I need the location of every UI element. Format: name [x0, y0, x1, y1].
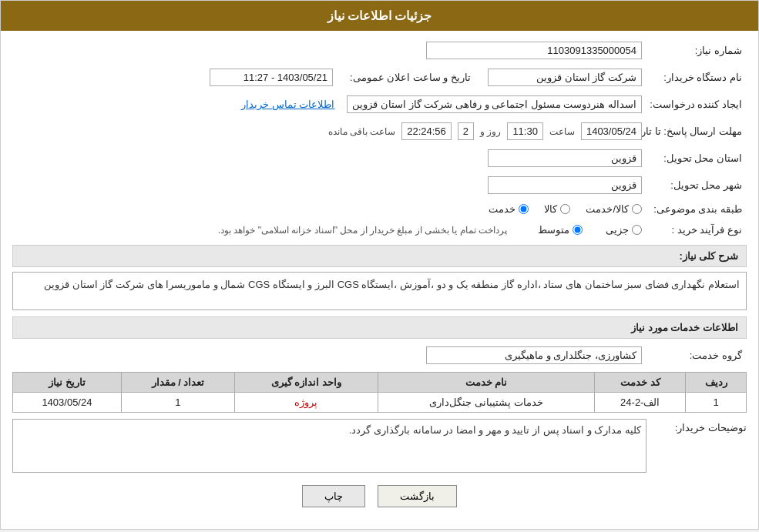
response-time-label: ساعت — [549, 126, 575, 137]
table-row: 1الف-2-24خدمات پشتیبانی جنگل‌داریپروژه11… — [13, 393, 747, 413]
province-delivery-label: استان محل تحویل: — [646, 149, 747, 167]
col-row: ردیف — [686, 373, 747, 393]
buyer-desc-value: کلیه مدارک و اسناد پس از تایید و مهر و ا… — [12, 419, 646, 473]
print-button[interactable]: چاپ — [302, 485, 365, 507]
creator-label: ایجاد کننده درخواست: — [646, 95, 747, 113]
province-delivery-value: قزوین — [488, 149, 642, 167]
general-desc-section: شرح کلی نیاز: — [12, 245, 747, 267]
cell-row: 1 — [686, 393, 747, 413]
announce-datetime-label: تاریخ و ساعت اعلان عمومی: — [345, 69, 475, 86]
contact-link[interactable]: اطلاعات تماس خریدار — [241, 99, 334, 110]
services-info-section: اطلاعات خدمات مورد نیاز — [12, 316, 747, 339]
response-remaining-label: ساعت باقی مانده — [328, 126, 396, 137]
general-desc-value: استعلام نگهداری فضای سبز ساختمان های ستا… — [12, 272, 747, 310]
response-time: 11:30 — [507, 122, 543, 140]
purchase-note: پرداخت تمام یا بخشی از مبلغ خریدار از مح… — [218, 225, 507, 236]
creator-value: اسداله هنردوست مسئول اجتماعی و رفاهی شرک… — [347, 95, 642, 113]
back-button[interactable]: بازگشت — [378, 485, 457, 507]
purchase-part[interactable]: جزیی — [606, 224, 642, 236]
services-table: ردیف کد خدمت نام خدمت واحد اندازه گیری ت… — [12, 372, 747, 413]
announce-datetime-value: 1403/05/21 - 11:27 — [210, 69, 333, 86]
cell-name: خدمات پشتیبانی جنگل‌داری — [378, 393, 595, 413]
cell-code: الف-2-24 — [595, 393, 686, 413]
city-delivery-value: قزوین — [488, 176, 642, 194]
need-number-value: 1103091335000054 — [426, 42, 642, 59]
org-name-label: نام دستگاه خریدار: — [646, 69, 747, 86]
classification-label: طبقه بندی موضوعی: — [646, 200, 747, 218]
response-remaining: 22:24:56 — [401, 122, 452, 140]
response-day-label: روز و — [480, 126, 501, 137]
radio-goods-service[interactable]: کالا/خدمت — [586, 203, 642, 215]
response-date: 1403/05/24 — [581, 122, 642, 140]
radio-service[interactable]: خدمت — [489, 203, 529, 215]
org-name-value: شرکت گاز استان قزوین — [488, 69, 642, 86]
col-unit: واحد اندازه گیری — [235, 373, 378, 393]
cell-date: 1403/05/24 — [13, 393, 122, 413]
cell-unit: پروژه — [235, 393, 378, 413]
cell-quantity: 1 — [121, 393, 234, 413]
col-code: کد خدمت — [595, 373, 686, 393]
service-group-label: گروه خدمت: — [646, 346, 747, 364]
col-quantity: تعداد / مقدار — [121, 373, 234, 393]
service-group-value: کشاورزی، جنگلداری و ماهیگیری — [426, 346, 642, 364]
response-deadline-label: مهلت ارسال پاسخ: تا تاریخ: — [646, 122, 747, 140]
col-date: تاریخ نیاز — [13, 373, 122, 393]
page-title: جزئیات اطلاعات نیاز — [1, 1, 758, 31]
need-number-label: شماره نیاز: — [646, 42, 747, 59]
purchase-medium[interactable]: متوسط — [538, 224, 583, 236]
purchase-type-label: نوع فرآیند خرید : — [646, 221, 747, 239]
response-days: 2 — [458, 122, 474, 140]
buyer-desc-label: توضیحات خریدار: — [646, 419, 747, 433]
radio-goods[interactable]: کالا — [544, 203, 570, 215]
col-name: نام خدمت — [378, 373, 595, 393]
city-delivery-label: شهر محل تحویل: — [646, 176, 747, 194]
